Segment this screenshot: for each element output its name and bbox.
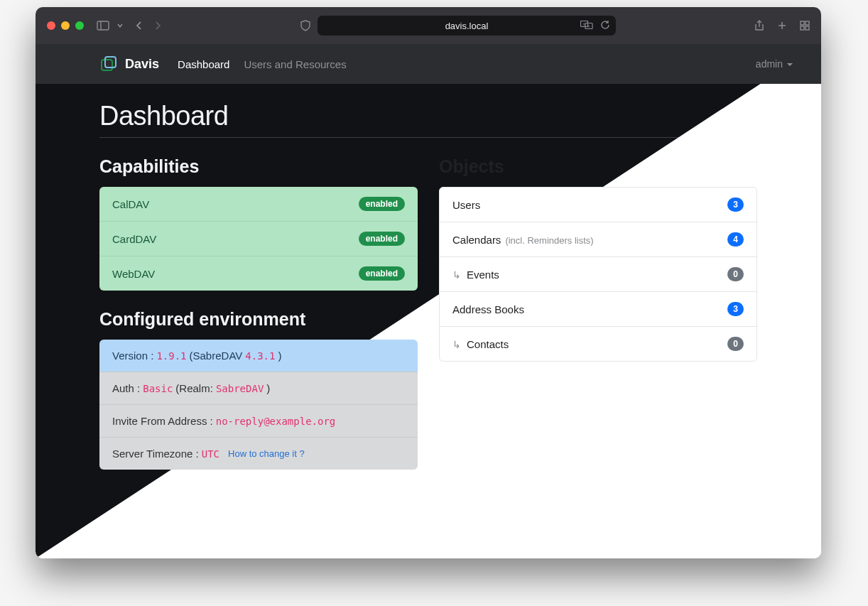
nav-link-users-resources[interactable]: Users and Resources bbox=[244, 58, 346, 70]
address-text: davis.local bbox=[445, 21, 489, 31]
env-label: Server Timezone : bbox=[112, 448, 199, 460]
env-text: (SabreDAV bbox=[190, 350, 243, 362]
sidebar-toggle-icon[interactable] bbox=[97, 21, 109, 31]
status-badge: enabled bbox=[359, 197, 405, 211]
svg-text:A: A bbox=[587, 23, 590, 28]
indent-icon: ↳ bbox=[452, 269, 461, 281]
env-text: (Realm: bbox=[175, 382, 213, 394]
minimize-window-button[interactable] bbox=[61, 21, 70, 30]
maximize-window-button[interactable] bbox=[75, 21, 84, 30]
share-icon[interactable] bbox=[754, 20, 764, 31]
object-label: Contacts bbox=[467, 338, 509, 350]
count-badge: 3 bbox=[727, 198, 744, 212]
nav-link-dashboard[interactable]: Dashboard bbox=[178, 58, 229, 70]
capability-name: WebDAV bbox=[112, 268, 155, 280]
object-events[interactable]: ↳ Events 0 bbox=[440, 257, 756, 292]
svg-rect-12 bbox=[102, 60, 112, 70]
indent-icon: ↳ bbox=[452, 339, 461, 350]
page-content: Davis Dashboard Users and Resources admi… bbox=[36, 44, 821, 558]
env-invite-from: Invite From Address : no-reply@example.o… bbox=[99, 405, 418, 438]
brand[interactable]: Davis bbox=[99, 55, 159, 73]
capabilities-list: CalDAV enabled CardDAV enabled WebDAV en… bbox=[99, 187, 418, 291]
env-value: 4.3.1 bbox=[245, 350, 275, 362]
env-label: Invite From Address : bbox=[112, 415, 213, 427]
count-badge: 4 bbox=[727, 232, 744, 247]
forward-button[interactable] bbox=[153, 21, 162, 31]
page-title: Dashboard bbox=[99, 101, 757, 138]
object-note: (incl. Reminders lists) bbox=[505, 235, 593, 246]
svg-rect-13 bbox=[105, 57, 116, 67]
left-column: Capabilities CalDAV enabled CardDAV enab… bbox=[99, 156, 418, 470]
env-label: Version : bbox=[112, 350, 153, 362]
capability-name: CardDAV bbox=[112, 233, 156, 245]
svg-text:文: 文 bbox=[582, 21, 586, 26]
env-label: Auth : bbox=[112, 382, 140, 394]
env-value: no-reply@example.org bbox=[216, 416, 336, 427]
browser-window: davis.local 文A bbox=[36, 7, 821, 558]
capability-webdav: WebDAV enabled bbox=[99, 256, 418, 291]
object-calendars[interactable]: Calendars (incl. Reminders lists) 4 bbox=[440, 222, 756, 257]
brand-logo-icon bbox=[99, 55, 118, 73]
env-text: ) bbox=[278, 350, 281, 362]
status-badge: enabled bbox=[359, 266, 405, 281]
tz-help-link[interactable]: How to change it ? bbox=[228, 448, 305, 459]
chevron-down-icon[interactable] bbox=[116, 22, 124, 29]
capability-caldav: CalDAV enabled bbox=[99, 187, 418, 222]
capabilities-heading: Capabilities bbox=[99, 156, 418, 177]
svg-rect-9 bbox=[805, 21, 809, 25]
back-button[interactable] bbox=[135, 21, 143, 31]
count-badge: 0 bbox=[727, 267, 744, 281]
object-label: Calendars bbox=[452, 234, 501, 246]
env-text: ) bbox=[266, 382, 270, 394]
app-navbar: Davis Dashboard Users and Resources admi… bbox=[36, 44, 821, 84]
right-column: Objects Users 3 Calendars (incl. Reminde… bbox=[439, 156, 757, 470]
env-value: SabreDAV bbox=[216, 383, 264, 394]
address-bar[interactable]: davis.local 文A bbox=[318, 16, 616, 36]
svg-rect-0 bbox=[97, 21, 109, 30]
environment-heading: Configured environment bbox=[99, 309, 418, 330]
env-value: Basic bbox=[143, 383, 173, 394]
object-users[interactable]: Users 3 bbox=[440, 188, 756, 222]
status-badge: enabled bbox=[359, 232, 405, 246]
reload-icon[interactable] bbox=[600, 20, 610, 32]
svg-marker-14 bbox=[787, 63, 793, 66]
count-badge: 0 bbox=[727, 337, 744, 351]
new-tab-icon[interactable] bbox=[777, 21, 787, 31]
shield-icon[interactable] bbox=[300, 20, 310, 31]
env-auth: Auth : Basic (Realm: SabreDAV ) bbox=[99, 372, 418, 405]
nav-links: Dashboard Users and Resources bbox=[178, 58, 347, 70]
user-menu-label: admin bbox=[756, 58, 783, 70]
user-menu[interactable]: admin bbox=[756, 58, 793, 70]
count-badge: 3 bbox=[727, 302, 744, 316]
env-value: 1.9.1 bbox=[156, 350, 186, 362]
environment-list: Version : 1.9.1 (SabreDAV 4.3.1 ) Auth :… bbox=[99, 340, 418, 470]
objects-list: Users 3 Calendars (incl. Reminders lists… bbox=[439, 187, 757, 362]
object-label: Users bbox=[452, 199, 480, 211]
object-contacts[interactable]: ↳ Contacts 0 bbox=[440, 327, 756, 361]
browser-chrome: davis.local 文A bbox=[36, 7, 821, 44]
env-timezone: Server Timezone : UTC How to change it ? bbox=[99, 438, 418, 470]
capability-carddav: CardDAV enabled bbox=[99, 222, 418, 256]
chevron-down-icon bbox=[787, 58, 793, 70]
object-address-books[interactable]: Address Books 3 bbox=[440, 292, 756, 327]
traffic-lights bbox=[47, 21, 84, 30]
close-window-button[interactable] bbox=[47, 21, 55, 30]
env-version: Version : 1.9.1 (SabreDAV 4.3.1 ) bbox=[99, 340, 418, 372]
objects-heading: Objects bbox=[439, 156, 757, 177]
object-label: Address Books bbox=[452, 303, 524, 315]
svg-rect-8 bbox=[801, 21, 804, 25]
tab-overview-icon[interactable] bbox=[800, 21, 810, 31]
object-label: Events bbox=[467, 269, 499, 281]
env-value: UTC bbox=[202, 448, 219, 460]
svg-rect-11 bbox=[805, 26, 809, 30]
capability-name: CalDAV bbox=[112, 198, 149, 210]
brand-name: Davis bbox=[125, 57, 159, 72]
svg-rect-10 bbox=[801, 26, 804, 30]
nav-buttons bbox=[135, 21, 162, 31]
translate-icon[interactable]: 文A bbox=[580, 21, 593, 31]
